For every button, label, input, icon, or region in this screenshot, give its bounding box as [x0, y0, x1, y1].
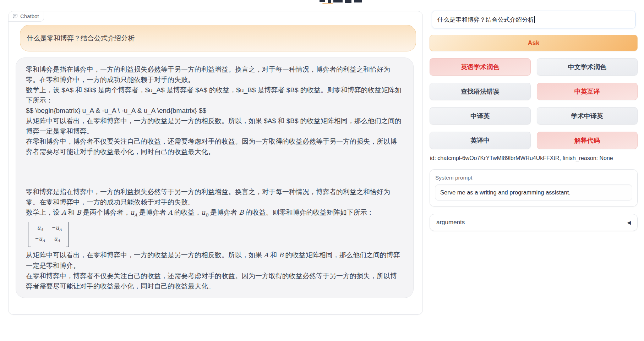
bot-message-bubble: 零和博弈是指在博弈中，一方的利益损失必然等于另一方的利益增益。换言之，对于每一种…	[16, 57, 414, 298]
system-prompt-value: Serve me as a writing and programming as…	[440, 189, 571, 196]
quick-action-button-3[interactable]: 中英互译	[537, 83, 638, 100]
bot-message-raw-line: 零和博弈是指在博弈中，一方的利益损失必然等于另一方的利益增益。换言之，对于每一种…	[26, 64, 403, 85]
bot-message-raw-line: 数学上，设 $A$ 和 $B$ 是两个博弈者，$u_A$ 是博弈者 $A$ 的收…	[26, 85, 403, 105]
completion-id: id: chatcmpl-6wOo7KrYTwMl89lbrMWRu4UkFFX…	[430, 155, 613, 161]
message-part-gap	[26, 157, 403, 187]
text-cursor	[534, 16, 535, 23]
page-title-clipped	[320, 0, 369, 3]
matrix-cell: −uA	[35, 234, 45, 245]
divider	[8, 9, 637, 9]
quick-action-button-1[interactable]: 中文学术润色	[537, 58, 638, 76]
matrix-cell: uA	[52, 234, 61, 245]
bot-message-rendered-line: 数学上，设 A 和 B 是两个博弈者，uA 是博弈者 A 的收益，uB 是博弈者…	[26, 207, 403, 220]
quick-actions-grid: 英语学术润色中文学术润色查找语法错误中英互译中译英学术中译英英译中解释代码	[430, 58, 638, 149]
payoff-matrix: uA−uA−uAuA	[28, 222, 69, 247]
user-message-bubble: 什么是零和博弈？结合公式介绍分析	[20, 25, 416, 51]
system-prompt-group: System prompt Serve me as a writing and …	[430, 169, 638, 207]
system-prompt-label: System prompt	[430, 170, 637, 181]
bot-message-raw-line: 从矩阵中可以看出，在零和博弈中，一方的收益是另一方的相反数。所以，如果 $A$ …	[26, 116, 403, 136]
question-input[interactable]: 什么是零和博弈？结合公式介绍分析	[432, 11, 635, 28]
user-message-text: 什么是零和博弈？结合公式介绍分析	[27, 34, 135, 42]
chat-bubble-icon	[12, 13, 18, 19]
system-prompt-input[interactable]: Serve me as a writing and programming as…	[435, 185, 632, 200]
chatbot-panel[interactable]: Chatbot 什么是零和博弈？结合公式介绍分析 零和博弈是指在博弈中，一方的利…	[8, 11, 423, 315]
bot-message-rendered-line: 从矩阵中可以看出，在零和博弈中，一方的收益是另一方的相反数。所以，如果 A 和 …	[26, 250, 403, 271]
title-underline	[322, 3, 333, 4]
quick-action-button-5[interactable]: 学术中译英	[537, 107, 638, 125]
quick-action-button-0[interactable]: 英语学术润色	[430, 58, 531, 76]
bot-message-raw-line: $$ \begin{bmatrix} u_A & -u_A \ -u_A & u…	[26, 105, 403, 116]
arguments-accordion[interactable]: arguments ◀	[430, 214, 638, 231]
bot-message-raw-line: 在零和博弈中，博弈者不仅要关注自己的收益，还需要考虑对手的收益。因为一方取得的收…	[26, 136, 403, 157]
bot-message-rendered-line: 在零和博弈中，博弈者不仅要关注自己的收益，还需要考虑对手的收益。因为一方取得的收…	[26, 271, 403, 291]
chatbot-label: Chatbot	[9, 11, 44, 22]
accordion-label: arguments	[436, 219, 465, 226]
matrix-cell: uA	[35, 223, 45, 234]
chatbot-label-text: Chatbot	[20, 13, 39, 19]
bot-message-rendered-line: 零和博弈是指在博弈中，一方的利益损失必然等于另一方的利益增益。换言之，对于每一种…	[26, 187, 403, 207]
quick-action-button-4[interactable]: 中译英	[430, 107, 531, 125]
quick-action-button-6[interactable]: 英译中	[430, 132, 531, 149]
question-input-value: 什么是零和博弈？结合公式介绍分析	[437, 16, 534, 24]
accordion-collapse-icon[interactable]: ◀	[627, 220, 631, 225]
quick-action-button-2[interactable]: 查找语法错误	[430, 83, 531, 100]
matrix-cell: −uA	[52, 223, 61, 234]
quick-action-button-7[interactable]: 解释代码	[537, 132, 638, 149]
ask-button[interactable]: Ask	[430, 35, 638, 51]
